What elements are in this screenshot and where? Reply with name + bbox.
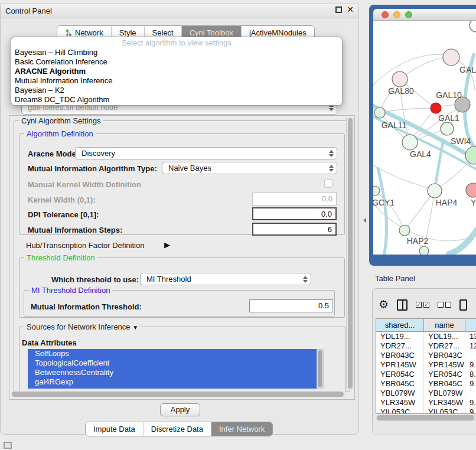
list-item-topologicalcoefficient[interactable]: TopologicalCoefficient <box>28 358 324 368</box>
select-all-icon[interactable]: ✓ ✓ <box>416 302 429 308</box>
table-row[interactable]: YDR27...YDR27...12 <box>376 341 476 351</box>
table-row[interactable]: YDL19...YDL19...13 <box>376 332 476 341</box>
table-header-row: shared... name <box>376 319 476 332</box>
table-horizontal-scrollbar[interactable] <box>376 415 476 421</box>
collapse-arrow-icon[interactable]: ▼ <box>132 324 138 331</box>
zoom-traffic-light-icon[interactable] <box>405 11 412 18</box>
tab-impute-data[interactable]: Impute Data <box>86 422 143 436</box>
settings-horizontal-scrollbar[interactable] <box>11 391 347 397</box>
node-swi4[interactable] <box>441 122 454 135</box>
hub-definition-label: Hub/Transcription Factor Definition <box>26 241 144 250</box>
splitter-collapse-icon[interactable] <box>363 218 366 223</box>
data-attributes-label: Data Attributes <box>22 338 77 347</box>
screen: Control Panel ✕ Network Style Select Cyn <box>0 0 476 450</box>
deselect-all-icon[interactable] <box>438 302 451 308</box>
tab-infer-network[interactable]: Infer Network <box>211 422 272 436</box>
list-item-selfloops[interactable]: SelfLoops <box>28 349 324 358</box>
edge[interactable] <box>449 223 476 254</box>
dpi-tolerance-label: DPI Tolerance [0,1]: <box>28 210 99 219</box>
threshold-definition-title: Threshold Definition <box>24 253 97 262</box>
node-label: GAL1 <box>438 113 459 123</box>
node-hap2[interactable] <box>399 225 410 236</box>
network-graph: GAL GAL80 GAL10 GAL1 GAL11 SWI4 GAL4 GCY… <box>373 21 476 255</box>
mi-threshold-field[interactable]: 0.5 <box>249 299 333 312</box>
node-gcy1[interactable] <box>373 186 380 195</box>
dropdown-item-bayesian-k2[interactable]: Bayesian – K2 <box>11 86 342 95</box>
mi-algorithm-type-combobox[interactable]: Naive Bayes <box>162 162 337 174</box>
gear-icon[interactable]: ⚙ <box>379 299 389 311</box>
node-pink-right[interactable] <box>466 183 476 197</box>
dropdown-item-basic-correlation[interactable]: Basic Correlation Inference <box>11 57 342 67</box>
node-right-green[interactable] <box>465 146 476 164</box>
node-table: shared... name YDL19...YDL19...13 YDR27.… <box>376 318 476 414</box>
combo-stepper-icon <box>328 149 334 157</box>
which-threshold-combobox[interactable]: MI Threshold <box>140 273 311 285</box>
table-row[interactable]: YBL079WYBL079W <box>376 389 476 398</box>
mi-threshold-definition-title: MI Threshold Definition <box>29 286 112 295</box>
table-row[interactable]: YPR145WYPR145W9. <box>376 360 476 370</box>
edge[interactable] <box>378 168 387 255</box>
node-label: HAP4 <box>436 198 458 207</box>
table-body: YDL19...YDL19...13 YDR27...YDR27...12 YB… <box>376 332 476 414</box>
which-threshold-label: Which threshold to use: <box>51 275 139 284</box>
close-traffic-light-icon[interactable] <box>382 11 389 18</box>
network-canvas[interactable]: GAL GAL80 GAL10 GAL1 GAL11 SWI4 GAL4 GCY… <box>373 21 476 255</box>
new-table-icon[interactable] <box>459 299 467 311</box>
network-view-window: GAL GAL80 GAL10 GAL1 GAL11 SWI4 GAL4 GCY… <box>369 5 476 266</box>
mi-type-label: Mutual Information Algorithm Type: <box>28 164 157 173</box>
apply-button[interactable]: Apply <box>160 403 200 416</box>
list-item-betweennesscentrality[interactable]: BetweennessCentrality <box>28 368 324 377</box>
table-row[interactable]: YIL053CYIL053C9 <box>376 407 476 414</box>
node-gal80[interactable] <box>392 71 407 87</box>
close-icon[interactable]: ✕ <box>347 6 354 13</box>
dock-panel-icon[interactable] <box>4 442 12 449</box>
table-row[interactable]: YLR345WYLR345W9. <box>376 398 476 407</box>
kernel-width-label: Kernel Width (0,1): <box>28 195 96 204</box>
settings-vertical-scrollbar[interactable] <box>346 117 354 390</box>
node-label: GAL <box>459 65 476 74</box>
minimize-traffic-light-icon[interactable] <box>393 11 400 18</box>
table-row[interactable]: YBR043CYBR043C <box>376 351 476 360</box>
column-header-shared[interactable]: shared... <box>376 319 424 331</box>
dropdown-item-bayesian-hill[interactable]: Bayesian – Hill Climbing <box>11 48 342 57</box>
aracne-mode-combobox[interactable]: Discovery <box>75 147 337 159</box>
combo-stepper-icon <box>328 164 334 172</box>
mi-steps-field[interactable]: 6 <box>252 223 337 236</box>
node-label: GCY1 <box>373 198 395 207</box>
node-label: HAP2 <box>407 236 429 246</box>
list-scrollbar[interactable] <box>317 349 324 389</box>
panel-title: Control Panel <box>1 6 52 15</box>
mi-threshold-label: Mutual Information Threshold: <box>31 302 142 311</box>
table-panel-title: Table Panel <box>375 274 415 283</box>
node-bottom[interactable] <box>419 246 429 255</box>
tab-discretize-data[interactable]: Discretize Data <box>143 422 211 436</box>
edge[interactable] <box>405 191 435 230</box>
manual-kernel-checkbox[interactable] <box>324 180 332 188</box>
node-partial-top[interactable] <box>470 21 476 32</box>
aracne-mode-value: Discovery <box>81 148 115 159</box>
edge[interactable] <box>373 54 451 90</box>
dropdown-item-mutual-information[interactable]: Mutual Information Inference <box>11 76 342 86</box>
node-gal11[interactable] <box>374 107 385 118</box>
column-header-name[interactable]: name <box>424 319 465 331</box>
float-window-icon[interactable] <box>335 6 342 13</box>
mi-type-value: Naive Bayes <box>168 162 211 174</box>
kernel-width-field[interactable]: 0.0 <box>252 193 337 206</box>
node-hap4[interactable] <box>428 184 442 198</box>
list-item-gal4rgexp[interactable]: gal4RGexp <box>28 377 324 387</box>
dropdown-placeholder: Select algorithm to view settings <box>11 38 342 48</box>
dropdown-item-dream8[interactable]: Dream8 DC_TDC Algorithm <box>11 95 342 105</box>
node-gal1-selected[interactable] <box>431 103 441 113</box>
cyni-settings-title: Cyni Algorithm Settings <box>19 116 103 125</box>
network-icon <box>65 29 73 37</box>
table-row[interactable]: YER054CYER054C8. <box>376 370 476 379</box>
node-gal4[interactable] <box>402 135 418 150</box>
node-gal-top[interactable] <box>443 49 459 66</box>
manual-kernel-label: Manual Kernel Width Definition <box>28 180 141 189</box>
column-header-extra[interactable] <box>465 319 476 331</box>
dpi-tolerance-field[interactable]: 0.0 <box>252 207 337 220</box>
dropdown-item-aracne[interactable]: ARACNE Algorithm <box>11 67 342 76</box>
columns-icon[interactable] <box>397 299 407 311</box>
table-row[interactable]: YBR045CYBR045C9. <box>376 379 476 389</box>
expand-arrow-icon[interactable]: ▶ <box>164 240 170 249</box>
